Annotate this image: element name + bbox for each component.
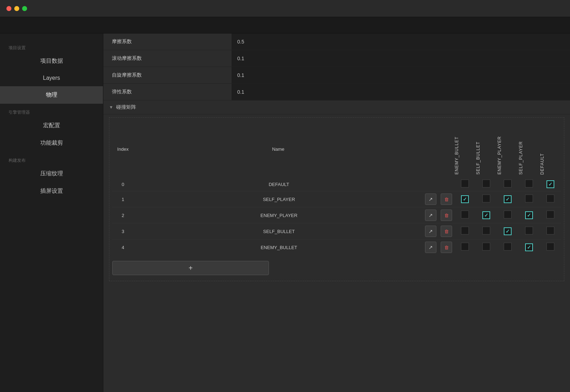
matrix-cell-index: 2	[112, 207, 134, 223]
property-value[interactable]: 0.1	[232, 84, 570, 100]
matrix-checkbox[interactable]	[525, 211, 533, 219]
matrix-checkbox[interactable]	[482, 211, 490, 219]
matrix-checkbox[interactable]	[546, 243, 554, 251]
edit-layer-button[interactable]: ↗	[425, 194, 436, 205]
sidebar-item-physics[interactable]: 物理	[0, 86, 103, 104]
matrix-cell-check[interactable]	[518, 191, 540, 207]
matrix-cell-name: SELF_BULLET	[134, 223, 423, 239]
matrix-cell-check[interactable]	[497, 223, 518, 239]
matrix-cell-check[interactable]	[497, 239, 518, 256]
matrix-cell-check[interactable]	[497, 177, 518, 191]
matrix-checkbox[interactable]	[461, 243, 469, 251]
matrix-cell-check[interactable]	[476, 191, 497, 207]
matrix-cell-check[interactable]	[476, 239, 497, 256]
matrix-container: Index Name ENEMY_BULLET SELF_BULLET	[103, 117, 570, 290]
window-controls[interactable]	[6, 6, 27, 11]
matrix-cell-check[interactable]	[476, 223, 497, 239]
delete-layer-button[interactable]: 🗑	[441, 210, 452, 221]
property-label: 弹性系数	[103, 89, 232, 95]
matrix-checkbox[interactable]	[482, 180, 490, 187]
property-value[interactable]: 0.5	[232, 33, 570, 50]
matrix-cell-check[interactable]	[454, 223, 476, 239]
property-label: 摩擦系数	[103, 38, 232, 45]
matrix-cell-check[interactable]	[476, 177, 497, 191]
col-header-name: Name	[134, 120, 423, 177]
property-row: 滚动摩擦系数0.1	[103, 50, 570, 67]
delete-layer-button[interactable]: 🗑	[441, 242, 452, 253]
sidebar-section-label: 构建发布	[0, 155, 103, 165]
edit-layer-button[interactable]: ↗	[425, 210, 436, 221]
delete-layer-button[interactable]: 🗑	[441, 226, 452, 237]
edit-layer-button[interactable]: ↗	[425, 226, 436, 237]
matrix-checkbox[interactable]	[504, 243, 512, 251]
matrix-row: 1SELF_PLAYER↗🗑	[112, 191, 561, 207]
matrix-checkbox[interactable]	[504, 211, 512, 218]
edit-layer-button[interactable]: ↗	[425, 242, 436, 253]
matrix-checkbox[interactable]	[546, 195, 554, 202]
property-value[interactable]: 0.1	[232, 50, 570, 67]
matrix-row: 4ENEMY_BULLET↗🗑	[112, 239, 561, 256]
matrix-checkbox[interactable]	[525, 195, 533, 202]
matrix-cell-check[interactable]	[518, 239, 540, 256]
app-header	[0, 17, 570, 33]
matrix-cell-check[interactable]	[518, 177, 540, 191]
matrix-cell-name: SELF_PLAYER	[134, 191, 423, 207]
matrix-checkbox[interactable]	[546, 211, 554, 218]
matrix-cell-check[interactable]	[518, 207, 540, 223]
matrix-cell-check[interactable]	[540, 207, 561, 223]
matrix-checkbox[interactable]	[461, 227, 469, 234]
matrix-checkbox[interactable]	[482, 243, 490, 251]
matrix-checkbox[interactable]	[546, 227, 554, 234]
matrix-cell-check[interactable]	[497, 191, 518, 207]
col-header-enemy-bullet: ENEMY_BULLET	[454, 120, 476, 177]
matrix-cell-check[interactable]	[518, 223, 540, 239]
matrix-checkbox[interactable]	[504, 195, 512, 203]
delete-layer-button[interactable]: 🗑	[441, 194, 452, 205]
matrix-checkbox[interactable]	[525, 180, 533, 187]
matrix-cell-check[interactable]	[540, 239, 561, 256]
matrix-checkbox[interactable]	[482, 195, 490, 202]
col-header-index: Index	[112, 120, 134, 177]
matrix-checkbox[interactable]	[482, 227, 490, 234]
matrix-cell-check[interactable]	[497, 207, 518, 223]
sidebar-section-label: 项目设置	[0, 42, 103, 52]
sidebar-item-macro-config[interactable]: 宏配置	[0, 117, 103, 134]
sidebar-item-compress-texture[interactable]: 压缩纹理	[0, 165, 103, 182]
matrix-cell-check[interactable]	[540, 191, 561, 207]
sidebar-item-splash-screen[interactable]: 插屏设置	[0, 182, 103, 200]
collision-matrix-table: Index Name ENEMY_BULLET SELF_BULLET	[112, 120, 561, 255]
sidebar-item-project-data[interactable]: 项目数据	[0, 52, 103, 70]
col-header-default: DEFAULT	[540, 120, 561, 177]
collision-matrix-header: ▼ 碰撞矩阵	[103, 100, 570, 114]
property-row: 摩擦系数0.5	[103, 33, 570, 50]
maximize-button[interactable]	[22, 6, 27, 11]
col-header-self-bullet: SELF_BULLET	[476, 120, 497, 177]
matrix-cell-check[interactable]	[454, 191, 476, 207]
matrix-checkbox[interactable]	[461, 211, 469, 218]
minimize-button[interactable]	[14, 6, 19, 11]
matrix-checkbox[interactable]	[525, 243, 533, 251]
matrix-cell-index: 1	[112, 191, 134, 207]
matrix-cell-check[interactable]	[540, 223, 561, 239]
sidebar-item-feature-clip[interactable]: 功能裁剪	[0, 134, 103, 152]
matrix-cell-index: 3	[112, 223, 134, 239]
property-value[interactable]: 0.1	[232, 67, 570, 83]
matrix-checkbox[interactable]	[504, 227, 512, 235]
matrix-checkbox[interactable]	[525, 227, 533, 234]
matrix-checkbox[interactable]	[504, 180, 512, 187]
matrix-cell-check[interactable]	[454, 177, 476, 191]
property-label: 自旋摩擦系数	[103, 72, 232, 78]
close-button[interactable]	[6, 6, 11, 11]
sidebar-item-layers[interactable]: Layers	[0, 70, 103, 86]
matrix-cell-check[interactable]	[540, 177, 561, 191]
matrix-cell-check[interactable]	[454, 207, 476, 223]
collision-matrix-title: 碰撞矩阵	[116, 104, 136, 110]
main-layout: 项目设置项目数据Layers物理引擎管理器宏配置功能裁剪构建发布压缩纹理插屏设置…	[0, 33, 570, 392]
matrix-checkbox[interactable]	[461, 180, 469, 187]
matrix-checkbox[interactable]	[546, 180, 554, 188]
matrix-row: 0DEFAULT	[112, 177, 561, 191]
matrix-cell-check[interactable]	[476, 207, 497, 223]
add-layer-button[interactable]: +	[112, 261, 269, 275]
matrix-cell-check[interactable]	[454, 239, 476, 256]
matrix-checkbox[interactable]	[461, 195, 469, 203]
